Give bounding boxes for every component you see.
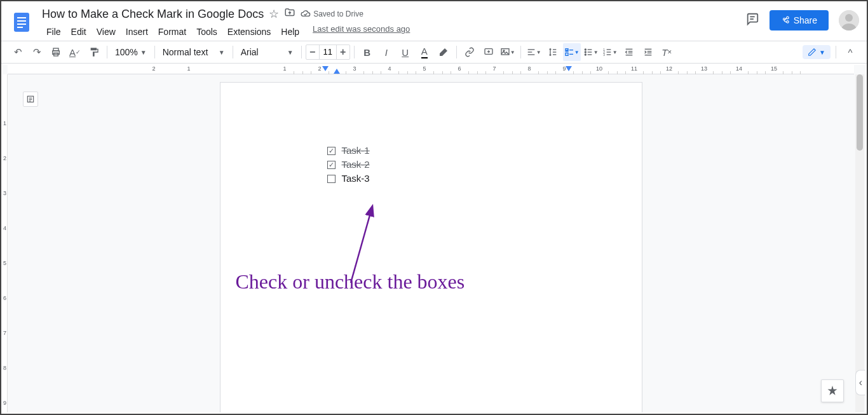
insert-image-button[interactable]: ▼	[499, 43, 517, 61]
hide-menus-button[interactable]: ^	[841, 43, 859, 61]
svg-rect-3	[17, 24, 26, 25]
menu-extensions[interactable]: Extensions	[223, 24, 275, 39]
task-row: Task-3	[327, 172, 581, 186]
document-title[interactable]: How to Make a Check Mark in Google Docs	[42, 8, 264, 21]
menu-insert[interactable]: Insert	[121, 24, 153, 39]
font-size-value[interactable]: 11	[319, 45, 337, 59]
task-label[interactable]: Task-2	[342, 158, 370, 172]
task-label[interactable]: Task-1	[342, 144, 370, 158]
align-button[interactable]: ▼	[525, 43, 543, 61]
checklist: Task-1Task-2Task-3	[327, 144, 581, 186]
svg-point-29	[585, 54, 586, 55]
save-status[interactable]: Saved to Drive	[301, 9, 363, 19]
scrollbar-thumb[interactable]	[857, 74, 863, 151]
workspace: 21123456789101112131415 123456789 Task-1…	[3, 65, 865, 412]
share-button-label: Share	[794, 15, 817, 25]
line-spacing-button[interactable]	[544, 43, 562, 61]
annotation-text: Check or uncheck the boxes	[236, 270, 465, 294]
task-row: Task-2	[327, 158, 581, 172]
move-folder-icon[interactable]	[284, 7, 295, 22]
checkbox-icon[interactable]	[327, 147, 336, 155]
undo-button[interactable]: ↶	[9, 43, 27, 61]
bold-button[interactable]: B	[358, 43, 376, 61]
font-size-increase[interactable]: +	[337, 46, 349, 58]
highlight-button[interactable]	[435, 43, 452, 61]
checkbox-icon[interactable]	[327, 175, 336, 183]
svg-point-8	[845, 14, 853, 22]
svg-rect-4	[17, 27, 23, 28]
indent-decrease-button[interactable]	[620, 43, 638, 61]
toolbar: ↶ ↷ A✓ 100%▼ Normal text▼ Arial▼ − 11 + …	[1, 41, 867, 64]
save-status-text: Saved to Drive	[313, 10, 363, 18]
side-panel-toggle[interactable]: ‹	[855, 370, 865, 395]
numbered-list-button[interactable]: 123▼	[601, 43, 619, 61]
redo-button[interactable]: ↷	[28, 43, 46, 61]
account-avatar[interactable]	[839, 10, 859, 31]
checkbox-icon[interactable]	[327, 161, 336, 169]
star-icon[interactable]: ☆	[269, 7, 279, 21]
print-button[interactable]	[47, 43, 65, 61]
svg-rect-25	[566, 53, 568, 55]
styles-select[interactable]: Normal text▼	[159, 43, 229, 61]
title-bar: How to Make a Check Mark in Google Docs …	[1, 1, 867, 41]
paint-format-button[interactable]	[85, 43, 103, 61]
menu-view[interactable]: View	[92, 24, 120, 39]
task-label[interactable]: Task-3	[342, 172, 370, 186]
menu-bar: FileEditViewInsertFormatToolsExtensionsH…	[42, 24, 745, 39]
zoom-select[interactable]: 100%▼	[111, 43, 151, 61]
editing-mode-button[interactable]: ▼	[803, 45, 831, 59]
share-button[interactable]: Share	[770, 10, 829, 31]
task-row: Task-1	[327, 144, 581, 158]
docs-logo-icon[interactable]	[9, 5, 34, 39]
menu-format[interactable]: Format	[154, 24, 191, 39]
explore-button[interactable]	[821, 379, 844, 402]
indent-increase-button[interactable]	[639, 43, 657, 61]
menu-tools[interactable]: Tools	[192, 24, 222, 39]
clear-format-button[interactable]: T✕	[658, 43, 676, 61]
checklist-button[interactable]: ▼	[563, 43, 581, 61]
comments-icon[interactable]	[745, 12, 759, 29]
insert-link-button[interactable]	[461, 43, 478, 61]
svg-text:3: 3	[603, 53, 605, 57]
svg-rect-2	[17, 20, 26, 22]
vertical-scrollbar[interactable]	[855, 74, 864, 412]
font-select[interactable]: Arial▼	[237, 43, 297, 61]
add-comment-button[interactable]	[480, 43, 498, 61]
bullet-list-button[interactable]: ▼	[582, 43, 600, 61]
italic-button[interactable]: I	[377, 43, 395, 61]
menu-edit[interactable]: Edit	[67, 24, 91, 39]
horizontal-ruler[interactable]: 21123456789101112131415	[8, 65, 854, 74]
menu-file[interactable]: File	[42, 24, 65, 39]
svg-rect-0	[14, 13, 29, 32]
last-edit-link[interactable]: Last edit was seconds ago	[313, 24, 410, 39]
font-size-control: − 11 +	[306, 44, 350, 60]
vertical-ruler[interactable]: 123456789	[3, 74, 8, 412]
spellcheck-button[interactable]: A✓	[66, 43, 84, 61]
menu-help[interactable]: Help	[276, 24, 304, 39]
document-page[interactable]: Task-1Task-2Task-3 Check or uncheck the …	[220, 82, 642, 412]
page-area[interactable]: Task-1Task-2Task-3 Check or uncheck the …	[8, 74, 854, 412]
underline-button[interactable]: U	[397, 43, 414, 61]
font-size-decrease[interactable]: −	[306, 46, 319, 58]
svg-point-27	[585, 49, 586, 50]
text-color-button[interactable]: A	[416, 43, 433, 61]
svg-rect-1	[17, 17, 26, 18]
svg-point-28	[585, 51, 586, 53]
